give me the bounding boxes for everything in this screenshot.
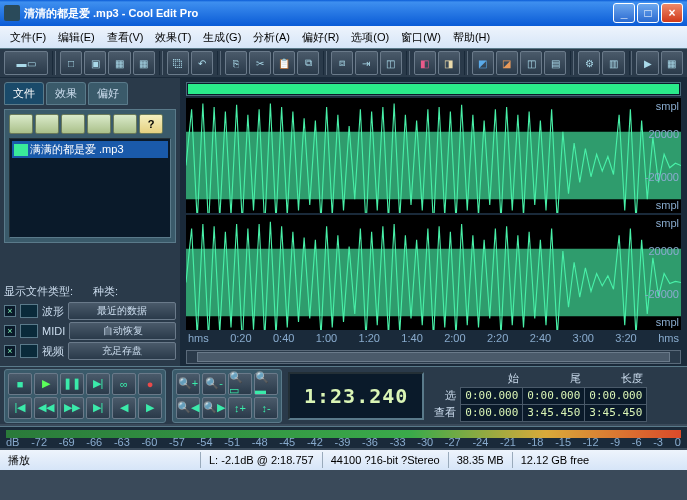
app-icon <box>4 5 20 21</box>
file-item[interactable]: 满满的都是爱 .mp3 <box>12 141 168 158</box>
toolbar: ▬▭ □ ▣ ▦ ▦ ⿻ ↶ ⎘ ✂ 📋 ⧉ ⧈ ⇥ ◫ ◧ ◨ ◩ ◪ ◫ ▤… <box>0 48 687 78</box>
dock-button[interactable]: ▥ <box>602 51 624 75</box>
sel-begin-field[interactable]: 0:00.000 <box>461 387 523 404</box>
channel-right[interactable]: smpl20000-20000smpl <box>186 215 681 330</box>
file-close-button[interactable] <box>35 114 59 134</box>
minimize-button[interactable]: _ <box>613 3 635 23</box>
toolbar-sep <box>464 51 468 75</box>
menu-edit[interactable]: 编辑(E) <box>52 28 101 47</box>
multisave-button[interactable]: ▦ <box>133 51 155 75</box>
go-start-button[interactable]: |◀ <box>8 397 32 419</box>
main-area: 文件 效果 偏好 ? 满满的都是爱 .mp3 显示文件类型: <box>0 78 687 366</box>
channels[interactable]: smpl20000-20000smpl smpl20000-20000smpl <box>186 98 681 330</box>
zoom-out-v-button[interactable]: ↕- <box>254 397 278 419</box>
panel4-button[interactable]: ▤ <box>544 51 566 75</box>
sel-len-field[interactable]: 0:00.000 <box>585 387 647 404</box>
transport-bar: ■ ▶ ❚❚ ▶| ∞ ● |◀ ◀◀ ▶▶ ▶| ◀ ▶ 🔍+ 🔍- 🔍▭ 🔍… <box>0 366 687 424</box>
maximize-button[interactable]: □ <box>637 3 659 23</box>
mixpaste-button[interactable]: ⧉ <box>297 51 319 75</box>
copy-button[interactable]: ⎘ <box>225 51 247 75</box>
play-tb-button[interactable]: ▶ <box>636 51 658 75</box>
tab-favorites[interactable]: 偏好 <box>88 82 128 105</box>
toolbar-mode-button[interactable]: ▬▭ <box>4 51 48 75</box>
file-edit-button[interactable] <box>87 114 111 134</box>
zoom-out-h-button[interactable]: 🔍- <box>202 373 226 395</box>
menu-help[interactable]: 帮助(H) <box>447 28 496 47</box>
zoom-right-button[interactable]: 🔍▶ <box>202 397 226 419</box>
prev-marker-button[interactable]: ◀ <box>112 397 136 419</box>
menu-favorites[interactable]: 偏好(R) <box>296 28 345 47</box>
panel2-button[interactable]: ◪ <box>496 51 518 75</box>
file-help-button[interactable]: ? <box>139 114 163 134</box>
zoom-in-h-button[interactable]: 🔍+ <box>176 373 200 395</box>
mix-button[interactable]: ◫ <box>380 51 402 75</box>
horizontal-scrollbar[interactable] <box>186 350 681 364</box>
time-display[interactable]: 1:23.240 <box>288 372 424 420</box>
file-box: ? 满满的都是爱 .mp3 <box>4 109 176 243</box>
zoom-in-v-button[interactable]: ↕+ <box>228 397 252 419</box>
zoom-left-button[interactable]: 🔍◀ <box>176 397 200 419</box>
panel3-button[interactable]: ◫ <box>520 51 542 75</box>
view-tb-button[interactable]: ▦ <box>661 51 683 75</box>
file-options-button[interactable] <box>113 114 137 134</box>
status-size: 38.35 MB <box>448 452 512 468</box>
menu-options[interactable]: 选项(O) <box>345 28 395 47</box>
recent-select[interactable]: 最近的数据 <box>68 302 176 320</box>
paste-button[interactable]: 📋 <box>273 51 295 75</box>
advanced-button[interactable]: 充足存盘 <box>68 342 176 360</box>
trim-button[interactable]: ⧈ <box>331 51 353 75</box>
zoom-sel-button[interactable]: 🔍▬ <box>254 373 278 395</box>
tab-effects[interactable]: 效果 <box>46 82 86 105</box>
status-level: L: -2.1dB @ 2:18.757 <box>200 452 322 468</box>
panel1-button[interactable]: ◩ <box>472 51 494 75</box>
waveform-icon <box>14 144 28 156</box>
spectral-button[interactable]: ◧ <box>414 51 436 75</box>
pause-button[interactable]: ❚❚ <box>60 373 84 395</box>
sel-row-label: 选 <box>430 387 461 404</box>
menu-effects[interactable]: 效果(T) <box>149 28 197 47</box>
tab-files[interactable]: 文件 <box>4 82 44 105</box>
save-button[interactable]: ▦ <box>108 51 130 75</box>
menu-generate[interactable]: 生成(G) <box>197 28 247 47</box>
time-ruler[interactable]: hms0:200:401:001:201:402:002:202:403:003… <box>186 332 681 348</box>
menu-analyze[interactable]: 分析(A) <box>247 28 296 47</box>
stop-button[interactable]: ■ <box>8 373 32 395</box>
copy-new-button[interactable]: ⿻ <box>167 51 189 75</box>
analyze-button[interactable]: ◨ <box>438 51 460 75</box>
menu-file[interactable]: 文件(F) <box>4 28 52 47</box>
menu-window[interactable]: 窗口(W) <box>395 28 447 47</box>
loop-button[interactable]: ∞ <box>112 373 136 395</box>
undo-button[interactable]: ↶ <box>191 51 213 75</box>
cut-button[interactable]: ✂ <box>249 51 271 75</box>
view-begin-field[interactable]: 0:00.000 <box>461 404 523 421</box>
view-end-field[interactable]: 3:45.450 <box>523 404 585 421</box>
level-meter[interactable]: dB-72-69-66-63-60-57-54-51-48-45-42-39-3… <box>0 426 687 448</box>
next-marker-button[interactable]: ▶ <box>138 397 162 419</box>
forward-button[interactable]: ▶▶ <box>60 397 84 419</box>
open-button[interactable]: ▣ <box>84 51 106 75</box>
close-button[interactable]: × <box>661 3 683 23</box>
rewind-button[interactable]: ◀◀ <box>34 397 58 419</box>
sel-end-field[interactable]: 0:00.000 <box>523 387 585 404</box>
file-list[interactable]: 满满的都是爱 .mp3 <box>9 138 171 238</box>
zoom-full-button[interactable]: 🔍▭ <box>228 373 252 395</box>
file-open-button[interactable] <box>9 114 33 134</box>
play-button[interactable]: ▶ <box>34 373 58 395</box>
record-button[interactable]: ● <box>138 373 162 395</box>
settings-button[interactable]: ⚙ <box>578 51 600 75</box>
go-end-button[interactable]: ▶| <box>86 397 110 419</box>
wave-check[interactable]: × <box>4 305 16 317</box>
play-looped-button[interactable]: ▶| <box>86 373 110 395</box>
channel-left[interactable]: smpl20000-20000smpl <box>186 98 681 213</box>
menu-view[interactable]: 查看(V) <box>101 28 150 47</box>
transport-block: ■ ▶ ❚❚ ▶| ∞ ● |◀ ◀◀ ▶▶ ▶| ◀ ▶ <box>4 369 166 423</box>
midi-check[interactable]: × <box>4 325 16 337</box>
video-check[interactable]: × <box>4 345 16 357</box>
file-insert-button[interactable] <box>61 114 85 134</box>
new-button[interactable]: □ <box>60 51 82 75</box>
view-len-field[interactable]: 3:45.450 <box>585 404 647 421</box>
auto-button[interactable]: 自动恢复 <box>69 322 176 340</box>
insert-button[interactable]: ⇥ <box>355 51 377 75</box>
overview-bar[interactable] <box>186 82 681 96</box>
ruler-y-right: smpl20000-20000smpl <box>649 215 681 330</box>
